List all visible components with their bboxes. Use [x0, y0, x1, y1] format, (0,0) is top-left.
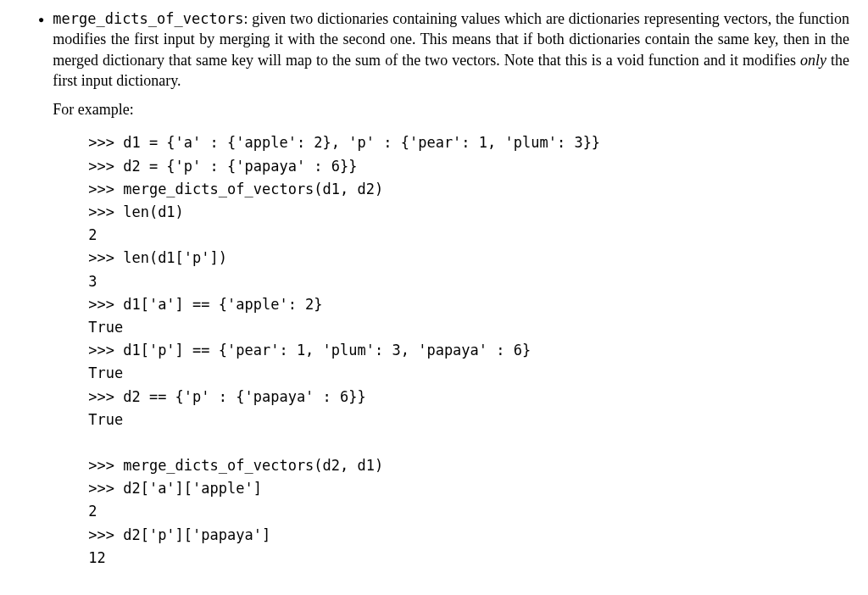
bullet-item: ● merge_dicts_of_vectors: given two dict… [38, 8, 849, 570]
item-body: merge_dicts_of_vectors: given two dictio… [53, 8, 849, 570]
function-name: merge_dicts_of_vectors [53, 10, 243, 27]
bullet-marker: ● [38, 8, 53, 31]
description-paragraph: merge_dicts_of_vectors: given two dictio… [53, 8, 849, 91]
document-page: ● merge_dicts_of_vectors: given two dict… [0, 0, 868, 588]
code-example: >>> d1 = {'a' : {'apple': 2}, 'p' : {'pe… [88, 131, 849, 570]
emphasis-only: only [800, 52, 826, 69]
example-label: For example: [53, 99, 849, 120]
